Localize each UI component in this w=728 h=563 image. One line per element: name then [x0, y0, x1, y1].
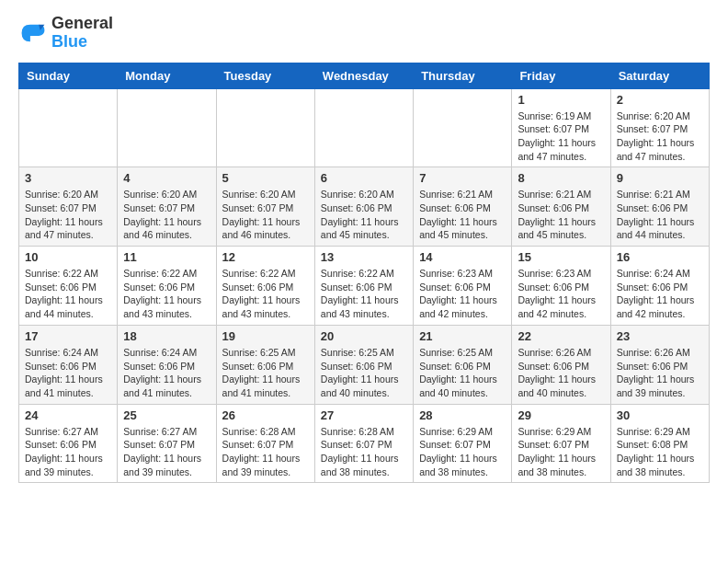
day-info: Sunrise: 6:23 AM Sunset: 6:06 PM Dayligh… — [518, 267, 604, 321]
day-number: 23 — [617, 329, 703, 343]
calendar-week-row: 3Sunrise: 6:20 AM Sunset: 6:07 PM Daylig… — [19, 167, 710, 247]
day-number: 21 — [419, 329, 506, 343]
logo-line1: General — [51, 15, 113, 33]
day-info: Sunrise: 6:28 AM Sunset: 6:07 PM Dayligh… — [321, 425, 407, 479]
day-number: 12 — [222, 250, 309, 264]
calendar-cell: 6Sunrise: 6:20 AM Sunset: 6:06 PM Daylig… — [314, 167, 413, 247]
day-info: Sunrise: 6:22 AM Sunset: 6:06 PM Dayligh… — [321, 267, 407, 321]
day-info: Sunrise: 6:22 AM Sunset: 6:06 PM Dayligh… — [222, 267, 309, 321]
calendar-cell: 19Sunrise: 6:25 AM Sunset: 6:06 PM Dayli… — [216, 325, 314, 404]
day-number: 4 — [123, 171, 210, 185]
calendar-cell: 18Sunrise: 6:24 AM Sunset: 6:06 PM Dayli… — [118, 325, 216, 404]
day-info: Sunrise: 6:24 AM Sunset: 6:06 PM Dayligh… — [617, 267, 703, 321]
day-info: Sunrise: 6:26 AM Sunset: 6:06 PM Dayligh… — [518, 346, 604, 400]
day-number: 30 — [617, 408, 703, 422]
day-info: Sunrise: 6:20 AM Sunset: 6:07 PM Dayligh… — [617, 109, 703, 164]
day-number: 5 — [222, 171, 309, 185]
calendar-cell: 9Sunrise: 6:21 AM Sunset: 6:06 PM Daylig… — [610, 167, 709, 247]
calendar-cell: 17Sunrise: 6:24 AM Sunset: 6:06 PM Dayli… — [19, 325, 118, 404]
calendar-cell: 23Sunrise: 6:26 AM Sunset: 6:06 PM Dayli… — [610, 325, 709, 404]
day-info: Sunrise: 6:20 AM Sunset: 6:06 PM Dayligh… — [321, 188, 407, 242]
day-info: Sunrise: 6:20 AM Sunset: 6:07 PM Dayligh… — [25, 188, 111, 242]
calendar-cell: 5Sunrise: 6:20 AM Sunset: 6:07 PM Daylig… — [216, 167, 314, 247]
calendar-cell: 28Sunrise: 6:29 AM Sunset: 6:07 PM Dayli… — [414, 404, 512, 483]
day-number: 18 — [123, 329, 210, 343]
day-number: 14 — [419, 250, 506, 264]
logo-icon — [18, 20, 48, 46]
calendar-cell — [118, 88, 216, 167]
calendar-cell — [314, 88, 413, 167]
day-number: 15 — [518, 250, 604, 264]
day-info: Sunrise: 6:19 AM Sunset: 6:07 PM Dayligh… — [518, 109, 604, 164]
day-number: 8 — [518, 171, 604, 185]
calendar-dow-sunday: Sunday — [19, 63, 118, 88]
day-number: 10 — [25, 250, 111, 264]
calendar-cell: 2Sunrise: 6:20 AM Sunset: 6:07 PM Daylig… — [610, 88, 709, 167]
page: General Blue SundayMondayTuesdayWednesda… — [0, 0, 728, 498]
day-info: Sunrise: 6:25 AM Sunset: 6:06 PM Dayligh… — [419, 346, 506, 400]
calendar-cell: 7Sunrise: 6:21 AM Sunset: 6:06 PM Daylig… — [414, 167, 512, 247]
calendar-week-row: 1Sunrise: 6:19 AM Sunset: 6:07 PM Daylig… — [19, 88, 710, 167]
day-info: Sunrise: 6:29 AM Sunset: 6:07 PM Dayligh… — [518, 425, 604, 479]
day-number: 6 — [321, 171, 407, 185]
calendar-week-row: 10Sunrise: 6:22 AM Sunset: 6:06 PM Dayli… — [19, 247, 710, 326]
calendar-table: SundayMondayTuesdayWednesdayThursdayFrid… — [18, 63, 710, 484]
day-info: Sunrise: 6:20 AM Sunset: 6:07 PM Dayligh… — [123, 188, 210, 242]
calendar-dow-tuesday: Tuesday — [216, 63, 314, 88]
day-number: 29 — [518, 408, 604, 422]
calendar-header-row: SundayMondayTuesdayWednesdayThursdayFrid… — [19, 63, 710, 88]
calendar-cell: 20Sunrise: 6:25 AM Sunset: 6:06 PM Dayli… — [314, 325, 413, 404]
calendar-cell: 4Sunrise: 6:20 AM Sunset: 6:07 PM Daylig… — [118, 167, 216, 247]
calendar-cell: 13Sunrise: 6:22 AM Sunset: 6:06 PM Dayli… — [314, 247, 413, 326]
calendar-cell: 11Sunrise: 6:22 AM Sunset: 6:06 PM Dayli… — [118, 247, 216, 326]
day-info: Sunrise: 6:21 AM Sunset: 6:06 PM Dayligh… — [419, 188, 506, 242]
day-info: Sunrise: 6:25 AM Sunset: 6:06 PM Dayligh… — [321, 346, 407, 400]
calendar-cell: 30Sunrise: 6:29 AM Sunset: 6:08 PM Dayli… — [610, 404, 709, 483]
day-info: Sunrise: 6:29 AM Sunset: 6:08 PM Dayligh… — [617, 425, 703, 479]
calendar-dow-thursday: Thursday — [414, 63, 512, 88]
day-number: 26 — [222, 408, 309, 422]
day-number: 9 — [617, 171, 703, 185]
day-number: 25 — [123, 408, 210, 422]
calendar-cell: 15Sunrise: 6:23 AM Sunset: 6:06 PM Dayli… — [512, 247, 610, 326]
day-number: 28 — [419, 408, 506, 422]
day-info: Sunrise: 6:22 AM Sunset: 6:06 PM Dayligh… — [123, 267, 210, 321]
calendar-cell: 14Sunrise: 6:23 AM Sunset: 6:06 PM Dayli… — [414, 247, 512, 326]
day-info: Sunrise: 6:24 AM Sunset: 6:06 PM Dayligh… — [123, 346, 210, 400]
day-info: Sunrise: 6:21 AM Sunset: 6:06 PM Dayligh… — [617, 188, 703, 242]
day-info: Sunrise: 6:23 AM Sunset: 6:06 PM Dayligh… — [419, 267, 506, 321]
day-number: 1 — [518, 93, 604, 107]
day-info: Sunrise: 6:26 AM Sunset: 6:06 PM Dayligh… — [617, 346, 703, 400]
calendar-cell: 22Sunrise: 6:26 AM Sunset: 6:06 PM Dayli… — [512, 325, 610, 404]
calendar-cell — [19, 88, 118, 167]
day-number: 19 — [222, 329, 309, 343]
day-number: 20 — [321, 329, 407, 343]
logo-text: General Blue — [51, 15, 113, 52]
calendar-cell — [414, 88, 512, 167]
calendar-cell: 10Sunrise: 6:22 AM Sunset: 6:06 PM Dayli… — [19, 247, 118, 326]
day-number: 27 — [321, 408, 407, 422]
day-number: 3 — [25, 171, 111, 185]
calendar-dow-friday: Friday — [512, 63, 610, 88]
day-number: 2 — [617, 93, 703, 107]
calendar-cell: 1Sunrise: 6:19 AM Sunset: 6:07 PM Daylig… — [512, 88, 610, 167]
calendar-cell: 8Sunrise: 6:21 AM Sunset: 6:06 PM Daylig… — [512, 167, 610, 247]
day-number: 11 — [123, 250, 210, 264]
calendar-cell: 16Sunrise: 6:24 AM Sunset: 6:06 PM Dayli… — [610, 247, 709, 326]
day-info: Sunrise: 6:22 AM Sunset: 6:06 PM Dayligh… — [25, 267, 111, 321]
day-number: 13 — [321, 250, 407, 264]
logo-line2: Blue — [51, 32, 87, 51]
calendar-dow-wednesday: Wednesday — [314, 63, 413, 88]
day-number: 24 — [25, 408, 111, 422]
calendar-cell: 21Sunrise: 6:25 AM Sunset: 6:06 PM Dayli… — [414, 325, 512, 404]
day-info: Sunrise: 6:20 AM Sunset: 6:07 PM Dayligh… — [222, 188, 309, 242]
calendar-dow-saturday: Saturday — [610, 63, 709, 88]
calendar-cell: 24Sunrise: 6:27 AM Sunset: 6:06 PM Dayli… — [19, 404, 118, 483]
calendar-week-row: 24Sunrise: 6:27 AM Sunset: 6:06 PM Dayli… — [19, 404, 710, 483]
day-info: Sunrise: 6:25 AM Sunset: 6:06 PM Dayligh… — [222, 346, 309, 400]
day-number: 7 — [419, 171, 506, 185]
calendar-cell: 3Sunrise: 6:20 AM Sunset: 6:07 PM Daylig… — [19, 167, 118, 247]
day-info: Sunrise: 6:27 AM Sunset: 6:07 PM Dayligh… — [123, 425, 210, 479]
calendar-cell: 29Sunrise: 6:29 AM Sunset: 6:07 PM Dayli… — [512, 404, 610, 483]
day-number: 22 — [518, 329, 604, 343]
